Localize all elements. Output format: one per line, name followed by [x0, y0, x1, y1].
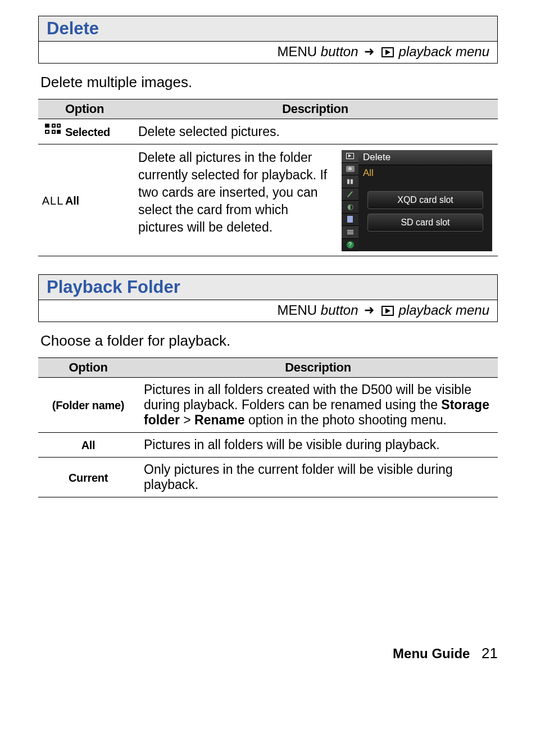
footer-page: 21	[474, 645, 498, 662]
current-desc: Only pictures in the current folder will…	[138, 458, 498, 497]
all-label: All	[65, 194, 79, 207]
ss-camera-icon	[346, 166, 355, 172]
ss-pencil-icon	[347, 191, 353, 197]
folder-name-label: (Folder name)	[52, 399, 124, 411]
th-option	[38, 99, 65, 119]
ss-help-icon: ?	[347, 241, 354, 248]
menu-name: playback menu	[399, 302, 489, 318]
row-current: Current Only pictures in the current fol…	[38, 458, 498, 497]
intro-text: Choose a folder for playback.	[40, 332, 496, 350]
section-delete: Delete MENU button ➜ playback menu Delet…	[38, 16, 498, 256]
intro-text: Delete multiple images.	[40, 74, 496, 91]
ss-title: Delete	[358, 150, 492, 165]
section-head: Delete MENU button ➜ playback menu	[38, 16, 498, 64]
ss-card-icon	[347, 216, 353, 223]
all-icon: ALL	[42, 194, 64, 207]
ss-sidebar: ▮▮ ◐ ?	[342, 150, 358, 251]
row-all: ALL All Delete all pictures in the folde…	[38, 144, 498, 256]
ss-sd-button[interactable]: SD card slot	[367, 214, 483, 232]
arrow-icon: ➜	[362, 303, 376, 317]
menu-button-text: button	[321, 302, 358, 318]
row-folder-name: (Folder name) Pictures in all folders cr…	[38, 378, 498, 433]
all-label: All	[81, 439, 96, 451]
playback-table: Option Description (Folder name) Picture…	[38, 357, 498, 497]
th-description: Description	[138, 358, 498, 378]
playback-icon	[381, 47, 394, 57]
page-footer: Menu Guide 21	[38, 515, 498, 662]
row-selected: Selected Delete selected pictures.	[38, 119, 498, 144]
th-description: Description	[133, 99, 498, 119]
menu-label: MENU	[277, 44, 317, 59]
selected-label: Selected	[65, 126, 110, 138]
ss-retouch-icon: ◐	[347, 202, 353, 211]
all-desc: Delete all pictures in the folder curren…	[138, 149, 334, 236]
section-breadcrumb: MENU button ➜ playback menu	[39, 42, 497, 63]
selected-icon	[45, 124, 61, 136]
delete-table: Option Description Selected Delete s	[38, 99, 498, 256]
current-label: Current	[69, 472, 108, 484]
section-title: Delete	[39, 16, 497, 42]
section-head: Playback Folder MENU button ➜ playback m…	[38, 274, 498, 322]
menu-name: playback menu	[399, 44, 489, 59]
menu-label: MENU	[277, 302, 317, 318]
th-option-label: Option	[65, 99, 133, 119]
ss-sub: All	[358, 165, 492, 181]
folder-name-desc: Pictures in all folders created with the…	[138, 378, 498, 433]
arrow-icon: ➜	[362, 44, 376, 58]
th-option: Option	[38, 358, 138, 378]
section-playback-folder: Playback Folder MENU button ➜ playback m…	[38, 274, 498, 497]
ss-main: Delete All XQD card slot SD card slot	[358, 150, 492, 251]
ss-xqd-button[interactable]: XQD card slot	[367, 191, 483, 209]
camera-screenshot: ▮▮ ◐ ? Delete All	[342, 150, 492, 251]
ss-list-icon	[347, 232, 353, 233]
ss-video-icon: ▮▮	[342, 175, 358, 188]
footer-label: Menu Guide	[393, 646, 470, 661]
playback-icon	[381, 306, 394, 316]
row-all: All Pictures in all folders will be visi…	[38, 433, 498, 458]
all-desc: Pictures in all folders will be visible …	[138, 433, 498, 458]
selected-desc: Delete selected pictures.	[133, 119, 498, 144]
ss-play-icon	[346, 153, 354, 159]
menu-button-text: button	[321, 44, 358, 59]
section-breadcrumb: MENU button ➜ playback menu	[39, 300, 497, 322]
section-title: Playback Folder	[39, 275, 497, 300]
